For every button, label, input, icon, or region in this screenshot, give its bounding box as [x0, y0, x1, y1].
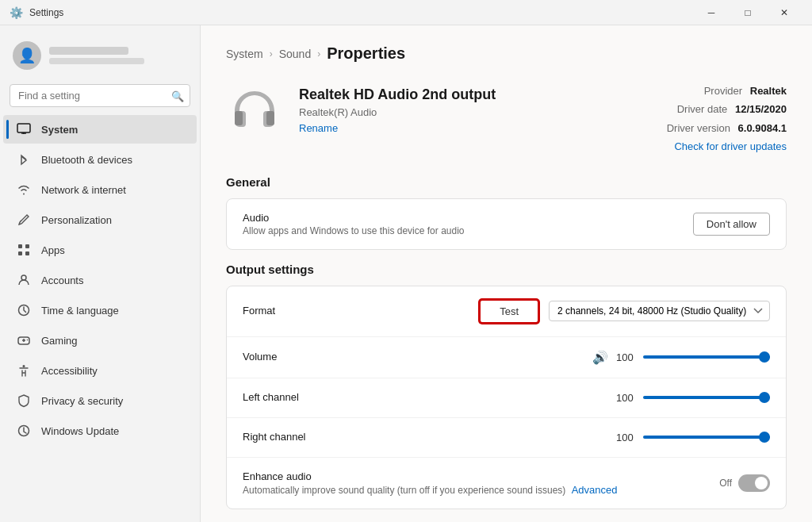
driver-version-value: 6.0.9084.1 — [738, 122, 787, 134]
sidebar-label-privacy: Privacy & security — [41, 395, 123, 407]
volume-slider-wrap: 🔊 100 — [592, 350, 770, 365]
right-channel-controls: 100 — [616, 432, 770, 443]
sidebar: 👤 🔍 System Bluetooth & devices — [0, 25, 201, 522]
format-controls: Test 2 channels, 24 bit, 48000 Hz (Studi… — [479, 299, 770, 324]
sidebar-item-system[interactable]: System — [3, 115, 197, 144]
privacy-icon — [16, 393, 32, 409]
right-channel-value: 100 — [616, 432, 635, 443]
time-icon — [16, 302, 32, 318]
device-subtitle: Realtek(R) Audio — [299, 106, 496, 118]
maximize-button[interactable]: □ — [730, 0, 766, 25]
sidebar-label-gaming: Gaming — [41, 335, 78, 347]
breadcrumb-system[interactable]: System — [226, 48, 263, 60]
sidebar-item-windows-update[interactable]: Windows Update — [3, 416, 197, 445]
right-channel-slider[interactable] — [643, 436, 770, 439]
svg-point-13 — [23, 365, 25, 367]
apps-icon — [16, 242, 32, 258]
left-channel-row: Left channel 100 — [227, 378, 786, 418]
svg-rect-6 — [25, 251, 29, 255]
driver-date-row: Driver date 12/15/2020 — [667, 100, 787, 118]
left-channel-slider[interactable] — [643, 396, 770, 399]
driver-version-row: Driver version 6.0.9084.1 — [667, 119, 787, 137]
svg-rect-0 — [17, 124, 30, 132]
svg-rect-4 — [25, 244, 29, 248]
search-input[interactable] — [10, 84, 190, 107]
sidebar-item-accessibility[interactable]: Accessibility — [3, 356, 197, 385]
audio-row: Audio Allow apps and Windows to use this… — [227, 199, 786, 249]
sidebar-label-accounts: Accounts — [41, 274, 83, 286]
provider-row: Provider Realtek — [667, 82, 787, 100]
avatar: 👤 — [13, 41, 41, 70]
sidebar-label-personalization: Personalization — [41, 214, 112, 226]
breadcrumb-current: Properties — [327, 44, 405, 63]
breadcrumb-sep-1: › — [270, 48, 273, 59]
titlebar-left: ⚙️ Settings — [10, 6, 63, 19]
enhance-audio-row: Enhance audio Automatically improve soun… — [227, 458, 786, 509]
device-header: Realtek HD Audio 2nd output Realtek(R) A… — [226, 82, 787, 156]
volume-label-group: Volume — [243, 351, 277, 364]
driver-version-label: Driver version — [667, 122, 730, 134]
left-channel-value: 100 — [616, 392, 635, 404]
sidebar-item-bluetooth[interactable]: Bluetooth & devices — [3, 145, 197, 174]
volume-value: 100 — [616, 351, 635, 363]
sidebar-item-privacy[interactable]: Privacy & security — [3, 386, 197, 415]
sidebar-item-accounts[interactable]: Accounts — [3, 266, 197, 294]
provider-value: Realtek — [750, 85, 787, 97]
sidebar-label-system: System — [41, 124, 78, 136]
svg-point-12 — [27, 340, 29, 341]
device-info: Realtek HD Audio 2nd output Realtek(R) A… — [226, 82, 496, 139]
provider-label: Provider — [704, 85, 742, 97]
accounts-icon — [16, 272, 32, 288]
right-channel-label: Right channel — [243, 431, 306, 443]
titlebar-controls: ─ □ ✕ — [693, 0, 802, 25]
output-settings-section-title: Output settings — [226, 263, 787, 276]
sidebar-item-apps[interactable]: Apps — [3, 236, 197, 264]
rename-link[interactable]: Rename — [299, 122, 338, 134]
sidebar-label-windows-update: Windows Update — [41, 425, 119, 437]
advanced-link[interactable]: Advanced — [572, 484, 618, 496]
gaming-icon — [16, 332, 32, 348]
sidebar-item-personalization[interactable]: Personalization — [3, 205, 197, 234]
breadcrumb-sound[interactable]: Sound — [279, 48, 311, 60]
sidebar-label-network: Network & internet — [41, 184, 126, 196]
volume-slider[interactable] — [643, 355, 770, 359]
search-box[interactable]: 🔍 — [10, 84, 190, 107]
audio-label-group: Audio Allow apps and Windows to use this… — [243, 212, 465, 236]
sidebar-item-network[interactable]: Network & internet — [3, 175, 197, 204]
volume-row: Volume 🔊 100 — [227, 337, 786, 378]
test-button[interactable]: Test — [479, 299, 539, 324]
svg-point-7 — [21, 275, 26, 280]
enhance-off-label: Off — [719, 478, 732, 489]
sidebar-item-gaming[interactable]: Gaming — [3, 326, 197, 355]
left-channel-label-group: Left channel — [243, 391, 299, 405]
audio-controls: Don't allow — [693, 213, 770, 236]
sidebar-label-accessibility: Accessibility — [41, 365, 98, 377]
device-text: Realtek HD Audio 2nd output Realtek(R) A… — [299, 86, 496, 134]
device-icon — [226, 82, 283, 139]
dont-allow-button[interactable]: Don't allow — [693, 213, 770, 236]
volume-label: Volume — [243, 351, 277, 363]
enhance-audio-desc: Automatically improve sound quality (tur… — [243, 484, 618, 496]
sidebar-item-time[interactable]: Time & language — [3, 296, 197, 324]
minimize-button[interactable]: ─ — [693, 0, 730, 25]
svg-rect-16 — [266, 111, 274, 125]
enhance-audio-label: Enhance audio — [243, 470, 618, 482]
format-label-group: Format — [243, 305, 275, 318]
sidebar-label-time: Time & language — [41, 305, 119, 317]
format-dropdown[interactable]: 2 channels, 24 bit, 48000 Hz (Studio Qua… — [549, 301, 770, 321]
check-driver-updates-link[interactable]: Check for driver updates — [674, 140, 787, 152]
driver-date-value: 12/15/2020 — [735, 103, 787, 115]
general-section-title: General — [226, 175, 787, 189]
network-icon — [16, 182, 32, 198]
volume-icon: 🔊 — [592, 350, 608, 365]
format-label: Format — [243, 305, 275, 317]
volume-controls: 🔊 100 — [592, 350, 770, 365]
output-settings-card: Format Test 2 channels, 24 bit, 48000 Hz… — [226, 286, 787, 509]
user-name — [49, 47, 128, 55]
enhance-audio-toggle[interactable] — [738, 474, 770, 492]
main-content: System › Sound › Properties Realtek HD A… — [201, 25, 812, 522]
enhance-audio-controls: Off — [719, 474, 770, 492]
close-button[interactable]: ✕ — [766, 0, 802, 25]
left-channel-slider-wrap: 100 — [616, 392, 770, 404]
sidebar-label-bluetooth: Bluetooth & devices — [41, 154, 132, 166]
